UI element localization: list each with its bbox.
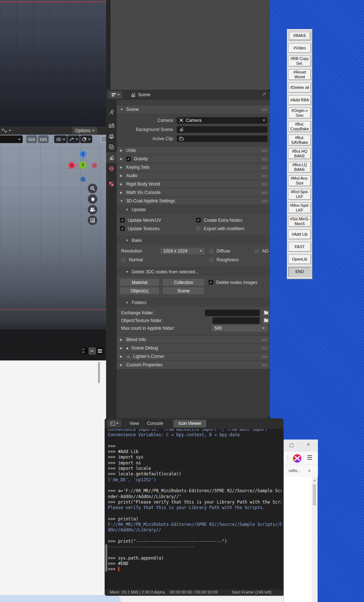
but-hq-bake-button[interactable]: #But.HQ BAKE [288,148,311,159]
drag-dots-icon[interactable] [262,158,267,160]
zoom-button[interactable] [88,184,97,193]
tab-world[interactable] [106,163,117,174]
drag-dots-icon[interactable] [262,339,267,341]
viewport-3d[interactable]: GIS GIS [0,135,106,329]
but-copybake-button[interactable]: #But. CopyBake [288,121,311,132]
rot-spd-lkf-button[interactable]: #Rot:Spd-LKF [288,189,311,200]
snap-dropdown[interactable] [67,135,80,143]
editor-type-button[interactable]: >_ [108,420,121,427]
but-lq-bake-button[interactable]: #But.LQ BAKE [288,162,311,173]
panel-math-vis-console[interactable]: ▶ Math Vis Console [117,188,270,197]
maximize-icon[interactable] [290,444,293,447]
chevron-down-icon[interactable] [9,130,11,131]
syntax-highlight-icon[interactable] [97,348,103,354]
origin-geo-button[interactable]: #Origin-> Geo [288,108,311,119]
z-neg-handle[interactable] [80,177,86,182]
hamburger-menu-icon[interactable] [307,455,312,460]
console-prompt-line[interactable]: >>> [108,567,281,572]
subpanel-update[interactable]: ▼ Update [117,205,270,214]
siz-mins-maxs-button[interactable]: #Siz:MinS-MaxS [288,216,311,227]
editor-type-button[interactable] [108,91,122,98]
reset-world-button[interactable]: #Reset World [288,69,311,80]
mov-spd-lkf-button[interactable]: #Mov:Spd-LKF [288,202,311,213]
video-button[interactable]: #Video [288,43,311,53]
delete-material-button[interactable]: Material [120,279,159,286]
update-meshuv-checkbox[interactable]: ✓ [120,218,125,223]
subpanel-folders[interactable]: ▼ Folders [117,298,270,307]
panel-scene[interactable]: ▼ Scene [117,105,270,113]
bookmark-item[interactable]: roRe... [289,468,301,473]
panel-gravity[interactable]: ▶ ✓ Gravity [117,154,270,163]
openlib-button[interactable]: OpenLib [288,254,311,264]
panel-rigid-body-world[interactable]: ▶ Rigid Body World [117,180,270,188]
mul-anz-size-button[interactable]: #Mul:Anz-Size [288,175,311,186]
normal-checkbox[interactable] [121,258,126,262]
exchange-folder-field[interactable] [205,310,260,316]
tab-view-layer[interactable] [106,141,117,152]
delete-objects-button[interactable]: Object(s) [120,287,159,294]
breadcrumb-label[interactable]: Scene [138,92,150,97]
panel-blend-info[interactable]: ▶ Blend Info [117,335,270,344]
drag-dots-icon[interactable] [262,108,267,111]
but-savbake-button[interactable]: #But. SAVBake [288,135,311,146]
background-scene-field[interactable] [177,126,267,133]
panel-lighters-corner[interactable]: ▶ ☼ Lighter's Corner [117,352,270,360]
tab-tool[interactable] [106,106,117,117]
rb-copy-sel-button[interactable]: #RB:Copy Sel. [288,56,311,67]
gravity-checkbox[interactable]: ✓ [126,157,131,161]
bake-button[interactable]: #BAKE [288,31,311,41]
fast-button[interactable]: FAST [288,242,311,252]
diffuse-checkbox[interactable] [209,249,214,254]
drag-dots-icon[interactable] [262,364,267,366]
drag-dots-icon[interactable] [262,166,267,169]
close-icon[interactable]: × [307,441,310,448]
bookmarks-overflow-icon[interactable]: » [308,468,311,473]
console-output[interactable]: Convenience Imports: from mathutils impo… [108,429,281,588]
camera-field[interactable]: Camera × [177,117,267,124]
end-button[interactable]: END [288,267,311,277]
delete-collection-button[interactable]: Collection [163,279,204,286]
roughness-checkbox[interactable] [209,258,214,262]
panel-units[interactable]: ▶ Units [117,146,270,154]
scroll-up-icon[interactable]: ▲ [313,478,316,482]
subpanel-delete-3dc[interactable]: ▼ Delete 3DC nodes from selected... [117,267,270,276]
icon-viewer-button[interactable]: Icon Viewer [173,420,206,427]
delete-scene-button[interactable]: Scene [163,287,204,294]
line-numbers-icon[interactable]: 1≡2≡ [81,348,88,354]
panel-3dcoat-applink[interactable]: ▼ 3D-Coat Applink Settings [117,197,270,205]
drag-dots-icon[interactable] [262,200,267,202]
camera-view-button[interactable] [88,205,97,214]
panel-keying-sets[interactable]: ▶ Keying Sets [117,163,270,171]
add-lib-button[interactable]: #Add Lib [288,229,311,239]
menu-console[interactable]: Console [147,421,163,426]
tab-render[interactable] [106,120,117,131]
scrollbar-thumb[interactable] [313,484,316,505]
toggle-grid-button[interactable] [88,216,97,225]
panel-audio[interactable]: ▶ Audio [117,171,270,180]
graph-editor-viewport[interactable] [0,0,106,126]
panel-custom-properties[interactable]: ▶ Custom Properties [117,360,270,369]
scrollbar-thumb[interactable] [98,362,100,383]
options-button[interactable]: Options [72,127,97,134]
add-rba-button[interactable]: #Add RBA [288,95,311,105]
browser-scrollbar[interactable]: ▲ [312,477,317,602]
drag-dots-icon[interactable] [262,149,267,152]
z-axis-handle[interactable]: Z [80,151,86,157]
browse-folder-button[interactable] [263,310,269,316]
drag-dots-icon[interactable] [262,183,267,186]
pan-button[interactable] [88,194,97,204]
extension-logo-icon[interactable] [293,454,301,463]
clear-icon[interactable]: × [263,118,265,123]
drag-dots-icon[interactable] [262,347,267,349]
drag-dots-icon[interactable] [262,175,267,177]
tab-output[interactable] [106,131,117,142]
delete-all-button[interactable]: #Delete all [288,83,311,93]
export-with-modifiers-checkbox[interactable] [196,226,201,231]
drag-dots-icon[interactable] [262,191,267,194]
object-texture-folder-field[interactable] [213,317,260,324]
visibility-dropdown[interactable] [54,135,67,143]
ao-checkbox[interactable] [254,249,259,254]
menu-view[interactable]: View [130,421,139,426]
console-scrollbar-thumb[interactable] [105,544,107,572]
subpanel-bake[interactable]: ▼ Bake [117,236,270,244]
